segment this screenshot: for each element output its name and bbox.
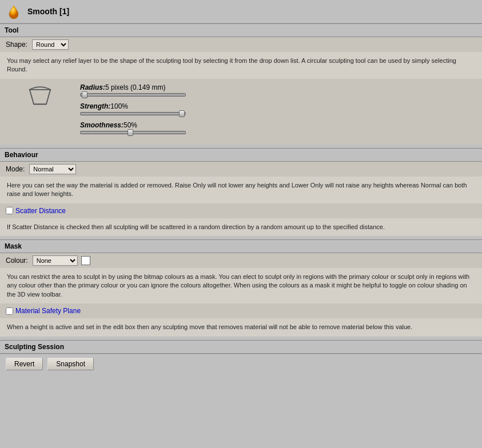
mask-section: Mask Colour: None Primary Secondary You … — [0, 239, 482, 337]
scatter-distance-row: Scatter Distance — [0, 203, 482, 218]
material-safety-info-text: When a height is active and set in the e… — [0, 318, 482, 336]
mode-select[interactable]: Normal Raise Only Lower Only — [29, 164, 76, 174]
tool-content: Radius:5 pixels (0.149 mm) Strength:100%… — [0, 79, 482, 145]
app-header: Smooth [1] — [0, 0, 482, 23]
sculpting-session-header: Sculpting Session — [0, 340, 482, 354]
smooth-tool-icon — [6, 3, 22, 19]
material-safety-checkbox[interactable] — [6, 307, 13, 315]
sculpting-session-section: Sculpting Session Revert Snapshot — [0, 340, 482, 374]
material-safety-row: Material Safety Plane — [0, 303, 482, 318]
scatter-distance-label[interactable]: Scatter Distance — [15, 207, 66, 215]
scatter-distance-checkbox[interactable] — [6, 207, 13, 214]
window-title: Smooth [1] — [27, 7, 69, 16]
smoothness-slider-track[interactable] — [80, 131, 186, 134]
smoothness-label: Smoothness:50% — [80, 121, 476, 129]
colour-swatch[interactable] — [81, 256, 90, 265]
strength-slider-row: Strength:100% — [80, 102, 476, 115]
shape-label: Shape: — [6, 41, 27, 49]
behaviour-section-header: Behaviour — [0, 148, 482, 162]
shape-row: Shape: Round Square Custom — [0, 37, 482, 52]
scatter-info-text: If Scatter Distance is checked then all … — [0, 218, 482, 236]
mode-label: Mode: — [6, 165, 25, 173]
snapshot-button[interactable]: Snapshot — [47, 358, 94, 370]
smoothness-slider-thumb[interactable] — [128, 129, 133, 136]
radius-slider-row: Radius:5 pixels (0.149 mm) — [80, 83, 476, 97]
colour-select[interactable]: None Primary Secondary — [33, 255, 78, 266]
mask-info-text: You can restrict the area to sculpt in b… — [0, 268, 482, 303]
behaviour-section: Behaviour Mode: Normal Raise Only Lower … — [0, 148, 482, 236]
tool-section-header: Tool — [0, 23, 482, 37]
material-safety-label[interactable]: Material Safety Plane — [15, 307, 81, 315]
behaviour-info-text: Here you can set the way the material is… — [0, 177, 482, 203]
smoothness-slider-row: Smoothness:50% — [80, 121, 476, 134]
colour-row: Colour: None Primary Secondary — [0, 253, 482, 268]
shape-select[interactable]: Round Square Custom — [32, 39, 69, 50]
tool-shape-preview — [6, 83, 74, 106]
tool-section: Tool Shape: Round Square Custom You may … — [0, 23, 482, 145]
mode-row: Mode: Normal Raise Only Lower Only — [0, 162, 482, 177]
radius-slider-track[interactable] — [80, 93, 186, 97]
radius-slider-thumb[interactable] — [82, 91, 87, 98]
radius-label: Radius:5 pixels (0.149 mm) — [80, 83, 476, 91]
colour-label: Colour: — [6, 257, 28, 265]
sliders-container: Radius:5 pixels (0.149 mm) Strength:100%… — [80, 83, 476, 140]
revert-button[interactable]: Revert — [6, 358, 43, 370]
trapezoid-shape — [23, 83, 57, 106]
mask-section-header: Mask — [0, 239, 482, 253]
strength-slider-thumb[interactable] — [179, 110, 185, 117]
bottom-bar: Revert Snapshot — [0, 354, 482, 374]
strength-slider-track[interactable] — [80, 112, 186, 115]
tool-info-text: You may select any relief layer to be th… — [0, 52, 482, 79]
strength-label: Strength:100% — [80, 102, 476, 110]
